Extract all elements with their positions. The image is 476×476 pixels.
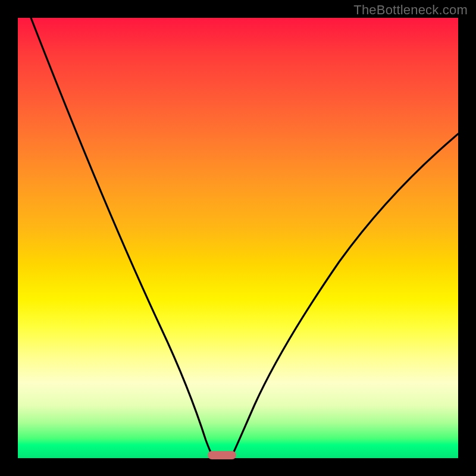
plot-area <box>18 18 458 458</box>
chart-frame: TheBottleneck.com <box>0 0 476 476</box>
curve-layer <box>18 18 458 458</box>
watermark-text: TheBottleneck.com <box>353 2 468 18</box>
optimal-range-marker <box>208 451 236 459</box>
left-curve <box>31 18 214 458</box>
right-curve <box>231 134 458 458</box>
